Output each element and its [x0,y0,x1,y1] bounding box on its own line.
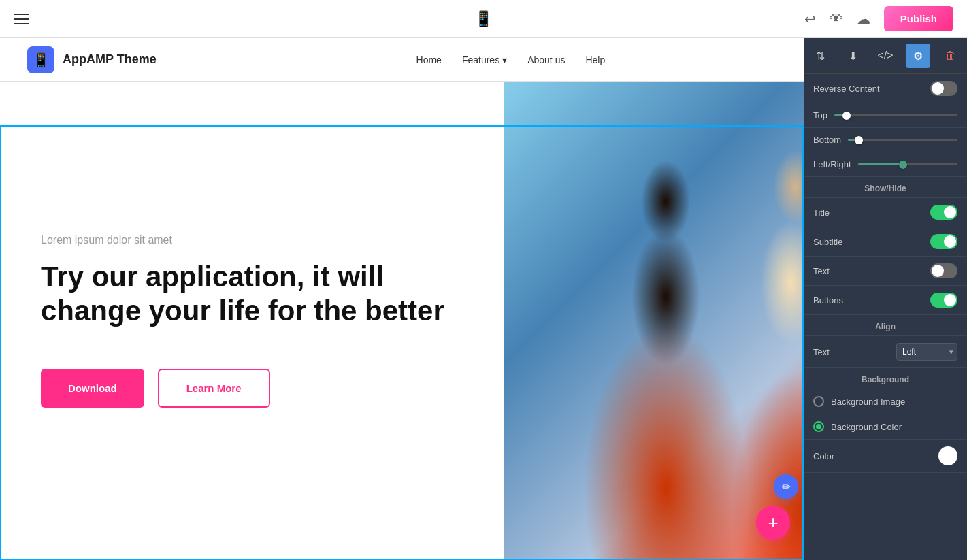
brand-icon: 📱 [27,46,54,73]
buttons-label: Buttons [813,295,843,306]
trash-icon[interactable]: 🗑 [938,44,963,68]
show-hide-title: Show/Hide [804,177,967,198]
right-panel: ⇅ ⬇ </> ⚙ 🗑 Reverse Content Top Bottom [804,38,967,560]
left-right-label: Left/Right [813,159,851,169]
text-toggle[interactable] [930,263,957,278]
reverse-content-row: Reverse Content [804,74,967,103]
bottom-slider-row: Bottom [804,128,967,152]
text-label: Text [813,266,830,276]
background-color-label: Background Color [831,422,902,432]
bottom-label: Bottom [813,135,841,145]
subtitle-toggle-row: Subtitle [804,227,967,257]
background-color-radio[interactable] [813,421,824,432]
preview-icon[interactable]: 👁 [830,11,843,27]
nav-link-home[interactable]: Home [416,54,442,65]
hero-left: Lorem ipsum dolor sit amet Try our appli… [0,82,504,560]
settings-icon[interactable]: ⚙ [906,44,930,68]
download-button[interactable]: Download [41,369,144,408]
nav-link-about[interactable]: About us [527,54,565,65]
hamburger-menu-icon[interactable] [14,14,29,24]
reverse-content-label: Reverse Content [813,84,880,94]
background-title: Background [804,368,967,389]
site-nav-links: Home Features ▾ About us Help [416,54,606,65]
subtitle-toggle[interactable] [930,234,957,249]
text-align-row: Text Left Center Right [804,336,967,368]
color-swatch[interactable] [938,446,957,465]
background-image-label: Background Image [831,397,905,407]
nav-link-help[interactable]: Help [585,54,605,65]
sort-icon[interactable]: ⇅ [808,44,832,68]
top-label: Top [813,110,827,120]
top-toolbar: 📱 ↩ 👁 ☁ Publish [0,0,967,38]
hero-title: Try our application, it will change your… [41,260,463,329]
toolbar-left [14,14,29,24]
panel-download-icon[interactable]: ⬇ [840,44,865,68]
buttons-toggle-row: Buttons [804,286,967,315]
title-toggle[interactable] [930,205,957,220]
undo-icon[interactable]: ↩ [804,11,816,27]
background-image-row[interactable]: Background Image [804,389,967,414]
chevron-down-icon: ▾ [502,54,507,65]
text-align-label: Text [813,347,830,357]
toolbar-center: 📱 [474,10,493,28]
hero-subtitle: Lorem ipsum dolor sit amet [41,234,463,246]
panel-toolbar: ⇅ ⬇ </> ⚙ 🗑 [804,38,967,74]
text-align-select[interactable]: Left Center Right [896,343,957,361]
nav-link-features[interactable]: Features ▾ [462,54,507,65]
publish-button[interactable]: Publish [884,6,953,31]
site-area: 📱 AppAMP Theme Home Features ▾ About us … [0,38,967,560]
edit-fab[interactable]: ✏ [774,474,798,499]
text-align-select-wrapper: Left Center Right [896,343,957,361]
add-fab[interactable]: + [756,506,790,540]
left-right-slider-row: Left/Right [804,152,967,177]
learn-more-button[interactable]: Learn More [158,369,270,408]
cloud-publish-icon[interactable]: ☁ [857,11,870,27]
brand-name: AppAMP Theme [63,52,157,67]
title-toggle-row: Title [804,198,967,227]
background-image-radio[interactable] [813,396,824,407]
buttons-toggle[interactable] [930,293,957,308]
reverse-content-toggle[interactable] [930,81,957,96]
align-title: Align [804,315,967,336]
hero-buttons: Download Learn More [41,369,463,408]
subtitle-label: Subtitle [813,237,842,247]
toolbar-right: ↩ 👁 ☁ Publish [804,6,953,31]
text-toggle-row: Text [804,257,967,286]
bottom-slider[interactable] [848,139,957,141]
phone-preview-icon[interactable]: 📱 [474,10,493,28]
color-row: Color [804,440,967,473]
left-right-slider[interactable] [858,163,957,165]
top-slider-row: Top [804,103,967,128]
title-label: Title [813,208,830,218]
code-icon[interactable]: </> [873,44,898,68]
top-slider[interactable] [834,114,957,116]
color-label: Color [813,451,834,461]
background-color-row[interactable]: Background Color [804,414,967,440]
brand: 📱 AppAMP Theme [27,46,157,73]
